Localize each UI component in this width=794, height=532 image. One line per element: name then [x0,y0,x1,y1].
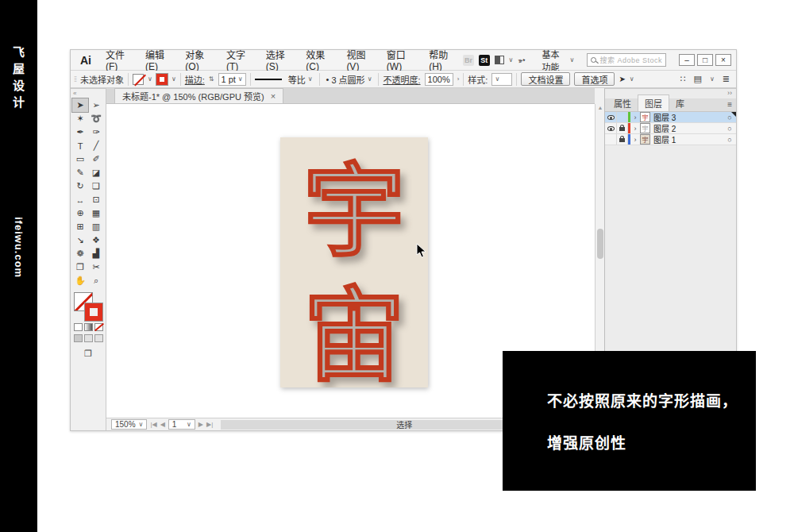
next-artboard-icon[interactable]: ▶ [198,421,203,428]
target-circle-icon[interactable]: ○ [723,136,736,144]
chevron-right-icon[interactable]: › [457,75,460,83]
tab-properties[interactable]: 属性 [607,95,638,111]
layer-row-1[interactable]: › 宇 图层 1 ○ [605,134,736,145]
tool-eyedropper[interactable]: ↘ [72,233,88,247]
tool-perspective-grid[interactable]: ▦ [88,206,104,220]
tool-selection[interactable]: ➤ [72,98,88,112]
select-similar-icon[interactable]: ➤ [619,75,625,83]
stroke-weight-select[interactable]: 1 pt ∨ [218,73,246,86]
color-button[interactable] [74,323,83,331]
expand-layer-icon[interactable]: › [630,125,640,133]
layer-row-2[interactable]: › 宇 图层 2 ○ [605,123,736,134]
brush-select[interactable]: • 3 点圆形 ∨ [324,73,375,86]
chevron-down-icon[interactable]: ∨ [509,56,514,64]
screen-mode-button[interactable]: ❐ [71,349,106,359]
first-artboard-icon[interactable]: |◀ [150,421,156,428]
tool-rectangle[interactable]: ▭ [72,152,88,166]
layer-row-3[interactable]: › 宇 图层 3 ○ [605,112,736,123]
maximize-button[interactable]: □ [697,54,713,66]
none-button[interactable] [94,323,103,331]
opacity-input[interactable]: 100% [425,73,453,86]
visibility-cell[interactable] [605,112,617,122]
tool-lasso[interactable]: ➰ [88,112,104,125]
bridge-icon[interactable]: Br [463,55,474,66]
layer-thumbnail[interactable]: 宇 [640,123,650,133]
tool-rotate[interactable]: ↻ [72,179,88,193]
profile-select[interactable]: 等比 ∨ [286,73,315,86]
gradient-button[interactable] [84,323,93,331]
stroke-color-swatch[interactable] [156,74,168,85]
scrollbar-thumb[interactable] [597,229,603,259]
lock-cell[interactable] [617,123,628,133]
tool-blend[interactable]: ❖ [88,233,104,247]
chevron-down-icon[interactable]: ∨ [148,75,152,83]
layer-name[interactable]: 图层 1 [653,133,723,145]
panel-menu-icon[interactable]: ≡ [727,100,732,109]
visibility-cell[interactable] [605,123,617,133]
tool-slice[interactable]: ✂ [88,260,104,274]
stroke-label[interactable]: 描边: [185,73,205,86]
tool-pen[interactable]: ✒ [72,125,88,139]
tab-layers[interactable]: 图层 [638,94,669,111]
tool-magic-wand[interactable]: ✶ [72,112,88,125]
tool-type[interactable]: T [72,139,88,152]
lock-cell[interactable] [617,134,628,145]
tool-column-graph[interactable]: ▟ [88,247,104,260]
stock-search-input[interactable]: 搜索 Adobe Stock [587,53,666,67]
draw-inside-button[interactable] [94,334,103,342]
layer-name[interactable]: 图层 2 [653,122,723,134]
adobe-stock-icon[interactable]: St [479,55,490,66]
target-circle-icon[interactable]: ○ [723,114,736,121]
chevron-down-icon[interactable]: ∨ [710,75,715,83]
menu-object[interactable]: 对象(O) [179,48,220,72]
tool-width[interactable]: ↔ [72,193,88,206]
control-menu-icon[interactable]: ≣ [723,74,730,84]
menu-edit[interactable]: 编辑(E) [139,48,179,72]
tool-direct-selection[interactable]: ➢ [88,98,104,112]
workspace-switcher[interactable]: 基本功能 ∨ [542,48,574,73]
chevron-down-icon[interactable]: ∨ [630,75,634,83]
draw-behind-button[interactable] [84,334,93,342]
expand-layer-icon[interactable]: › [630,114,640,121]
target-circle-icon[interactable]: ○ [723,125,736,133]
tool-paintbrush[interactable]: ✐ [88,152,104,166]
tool-zoom[interactable]: ⌕ [88,274,104,287]
layer-thumbnail[interactable]: 宇 [640,112,650,122]
minimize-button[interactable]: – [679,54,695,66]
arrange-documents-icon[interactable] [495,56,504,64]
tool-pencil[interactable]: ✎ [72,166,88,179]
preferences-button[interactable]: 首选项 [574,72,615,86]
tool-free-transform[interactable]: ⊡ [88,193,104,206]
tool-artboard[interactable]: ❐ [72,260,88,274]
tool-line-segment[interactable]: ╱ [88,139,104,152]
document-setup-button[interactable]: 文档设置 [521,72,570,86]
zoom-level-select[interactable]: 150% ∨ [111,419,147,430]
menu-file[interactable]: 文件(F) [99,48,139,72]
tool-symbol-sprayer[interactable]: ❁ [72,247,88,260]
stroke-red-swatch[interactable] [85,303,102,321]
menu-view[interactable]: 视图(V) [340,48,380,72]
expand-layer-icon[interactable]: › [630,136,640,144]
draw-normal-button[interactable] [74,334,83,342]
menu-window[interactable]: 窗口(W) [380,48,422,72]
close-button[interactable]: × [715,54,731,66]
chevron-down-icon[interactable]: ∨ [172,75,176,83]
tool-mesh[interactable]: ⊞ [72,220,88,233]
tool-curvature[interactable]: ✑ [88,125,104,139]
touch-workspace-icon[interactable]: ∷ [680,74,686,84]
lock-cell[interactable] [617,112,628,122]
layer-thumbnail[interactable]: 宇 [640,134,650,145]
menu-select[interactable]: 选择(S) [260,48,299,72]
stepper-icon[interactable]: ⇅ [209,75,214,83]
fill-color-swatch[interactable] [133,74,144,85]
tab-libraries[interactable]: 库 [669,95,691,111]
artboard-artwork[interactable]: 宇 宙 [280,137,428,387]
artboard-number-select[interactable]: 1 ∨ [168,419,195,430]
menu-help[interactable]: 帮助(H) [422,48,463,72]
tool-hand[interactable]: ✋ [72,274,88,287]
tool-eraser[interactable]: ◪ [88,166,104,179]
menu-type[interactable]: 文字(T) [220,48,260,72]
tool-shape-builder[interactable]: ⊕ [72,206,88,220]
prev-artboard-icon[interactable]: ◀ [160,421,165,428]
tool-scale[interactable]: ❏ [88,179,104,193]
